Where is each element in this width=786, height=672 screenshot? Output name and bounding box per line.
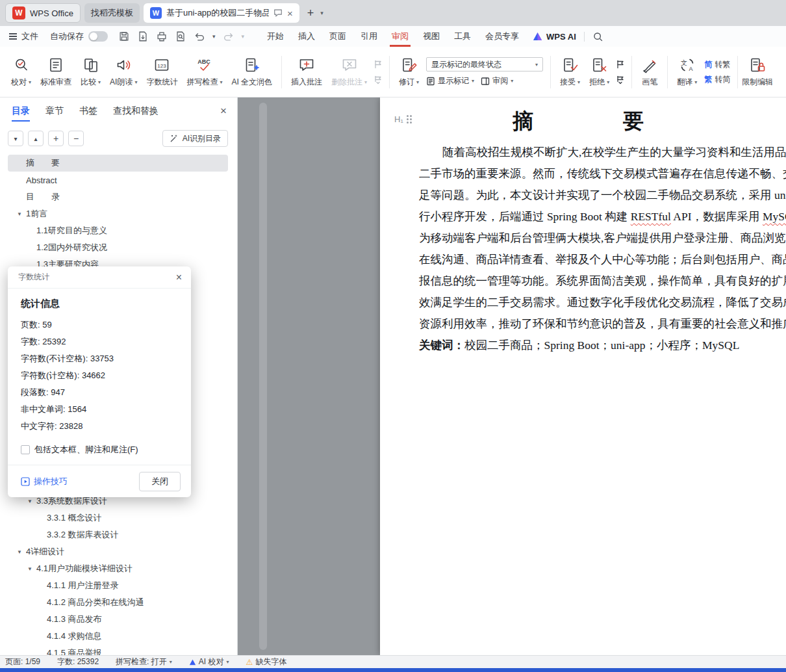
pane-scrollbar[interactable] (259, 103, 267, 650)
stat-value: 34662 (82, 370, 105, 380)
menu-tab[interactable]: 插入 (291, 26, 322, 47)
track-changes-button[interactable]: 修订▾ (394, 51, 424, 94)
drag-handle-icon[interactable] (407, 115, 412, 123)
previous-change-icon[interactable] (616, 60, 625, 69)
standard-review-button[interactable]: 标准审查 (36, 51, 76, 94)
toc-item[interactable]: ▼ 4详细设计 (8, 543, 228, 560)
print-preview-icon[interactable] (175, 31, 186, 42)
redo-chevron-icon[interactable]: ▾ (242, 33, 245, 40)
simplified-to-traditional-button[interactable]: 简 转繁 (704, 59, 730, 70)
heading-level-marker[interactable]: H₁ (394, 114, 412, 124)
toc-item[interactable]: ▼ 4.1.4 求购信息 (8, 628, 228, 645)
traditional-to-simplified-button[interactable]: 繁 转简 (704, 74, 730, 85)
spell-check-button[interactable]: ABC 拼写检查▾ (182, 51, 227, 94)
tab-list-chevron-icon[interactable]: ▾ (320, 10, 323, 16)
autosave-toggle[interactable] (88, 31, 108, 42)
ai-recogn​ize-toc-button[interactable]: AI识别目录 (162, 130, 228, 147)
menu-tab[interactable]: 工具 (447, 26, 478, 47)
missing-font-warning[interactable]: ⚠ 缺失字体 (246, 656, 286, 667)
menu-tab[interactable]: 会员专享 (478, 26, 526, 47)
stat-value: 33753 (90, 354, 114, 363)
pen-button[interactable]: 画笔 (637, 51, 663, 94)
delete-comment-button[interactable]: 删除批注▾ (327, 51, 372, 94)
toc-item[interactable]: ▼ 3.3.2 数据库表设计 (8, 526, 228, 543)
toc-item[interactable]: ▼ 目 录 (8, 188, 228, 205)
ai-polish-button[interactable]: AI 全文润色 (227, 51, 277, 94)
zoom-in-outline-button[interactable]: + (48, 131, 64, 146)
toc-item[interactable]: ▼ 4.1用户功能模块详细设计 (8, 560, 228, 577)
menu-tab[interactable]: 开始 (260, 26, 291, 47)
ai-proofread-status[interactable]: AI 校对 ▾ (189, 656, 229, 667)
accept-change-button[interactable]: 接受▾ (555, 51, 585, 94)
print-icon[interactable] (156, 31, 168, 42)
navigation-tab[interactable]: 目录 (12, 97, 30, 125)
insert-comment-button[interactable]: 插入批注 (286, 51, 327, 94)
toc-item[interactable]: ▼ Abstract (8, 172, 228, 188)
navigation-tab[interactable]: 查找和替换 (113, 97, 158, 125)
menu-tab[interactable]: 页面 (322, 26, 353, 47)
ai-read-label: AI朗读 (110, 77, 133, 88)
toc-item[interactable]: ▼ 4.1.3 商品发布 (8, 611, 228, 628)
triangle-down-icon[interactable]: ▼ (27, 566, 36, 572)
next-change-icon[interactable] (616, 75, 625, 84)
page-indicator[interactable]: 页面: 1/59 (5, 656, 40, 667)
triangle-down-icon[interactable]: ▼ (17, 549, 26, 555)
document-page[interactable]: H₁ 摘 要 随着高校招生规模不断扩大,在校学生产生的大量学习资料和生活用品已成… (380, 97, 786, 655)
tab-wps-office[interactable]: W WPS Office (5, 3, 81, 23)
word-count-indicator[interactable]: 字数: 25392 (57, 656, 99, 667)
toc-item[interactable]: ▼ 1前言 (8, 205, 228, 222)
collapse-all-button[interactable]: ▾ (8, 131, 23, 146)
translate-button[interactable]: 文A 翻译▾ (672, 51, 702, 94)
reject-change-button[interactable]: 拒绝▾ (585, 51, 614, 94)
toc-item-label: 4.1.4 求购信息 (47, 630, 102, 642)
tab-current-document[interactable]: W 基于uni-app的校园二手物品 × (144, 3, 299, 23)
undo-chevron-icon[interactable]: ▾ (212, 33, 216, 40)
redo-icon[interactable] (223, 31, 235, 42)
ai-read-button[interactable]: AI朗读▾ (105, 51, 142, 94)
restrict-edit-icon (749, 57, 766, 73)
close-button[interactable]: 关闭 (139, 472, 181, 491)
toc-item[interactable]: ▼ 1.2国内外研究状况 (8, 239, 228, 256)
close-dialog-icon[interactable]: × (176, 272, 182, 283)
expand-all-button[interactable]: ▴ (28, 131, 44, 146)
save-icon[interactable] (118, 31, 130, 42)
restrict-edit-button[interactable]: 限制编辑 (742, 51, 772, 94)
next-comment-icon[interactable] (374, 75, 383, 84)
markup-state-select[interactable]: 显示标记的最终状态 ▾ (426, 57, 543, 71)
triangle-down-icon[interactable]: ▼ (27, 498, 36, 504)
navigation-tab[interactable]: 书签 (79, 97, 97, 125)
proofread-button[interactable]: 校对▾ (6, 51, 36, 94)
autosave-control[interactable]: 自动保存 (50, 31, 108, 42)
wps-ai-button[interactable]: WPS AI (533, 32, 576, 42)
navigation-tab[interactable]: 章节 (45, 97, 64, 125)
menu-tab[interactable]: 审阅 (385, 26, 416, 47)
toc-item[interactable]: ▼ 1.1研究目的与意义 (8, 222, 228, 239)
previous-comment-icon[interactable] (374, 60, 383, 69)
new-tab-icon[interactable]: + (307, 6, 314, 20)
show-markup-button[interactable]: 显示标记 ▾ (426, 75, 474, 86)
export-pdf-icon[interactable] (137, 31, 149, 42)
tips-link[interactable]: 操作技巧 (21, 476, 68, 487)
include-footnotes-checkbox[interactable]: 包括文本框、脚注和尾注(F) (21, 444, 178, 456)
search-icon[interactable] (592, 31, 603, 42)
close-pane-icon[interactable]: × (220, 105, 227, 118)
file-menu-button[interactable]: 文件 (9, 31, 38, 42)
toc-item[interactable]: ▼ 4.1.2 商品分类和在线沟通 (8, 594, 228, 611)
zoom-out-outline-button[interactable]: − (68, 131, 84, 146)
compare-button[interactable]: 比较▾ (76, 51, 105, 94)
toc-item[interactable]: ▼ 摘 要 (8, 155, 228, 172)
close-tab-icon[interactable]: × (287, 8, 293, 18)
word-count-button[interactable]: 123 字数统计 (142, 51, 182, 94)
spell-check-status[interactable]: 拼写检查: 打开 ▾ (116, 656, 172, 667)
triangle-down-icon[interactable]: ▼ (17, 211, 26, 217)
toc-item[interactable]: ▼ 4.1.1 用户注册登录 (8, 577, 228, 594)
review-pane-button[interactable]: 审阅 ▾ (481, 75, 513, 86)
menu-tab[interactable]: 视图 (416, 26, 447, 47)
tab-docer-templates[interactable]: 找稻壳模板 (84, 3, 140, 23)
toc-item[interactable]: ▼ 3.3.1 概念设计 (8, 510, 228, 526)
undo-icon[interactable] (194, 31, 205, 42)
document-text-line: 随着高校招生规模不断扩大,在校学生产生的大量学习资料和生活用品已成为 (419, 142, 786, 163)
menu-tab[interactable]: 引用 (353, 26, 385, 47)
toc-item[interactable]: ▼ 4.1.5 商品举报 (8, 645, 228, 655)
checkbox-box[interactable] (21, 445, 30, 454)
